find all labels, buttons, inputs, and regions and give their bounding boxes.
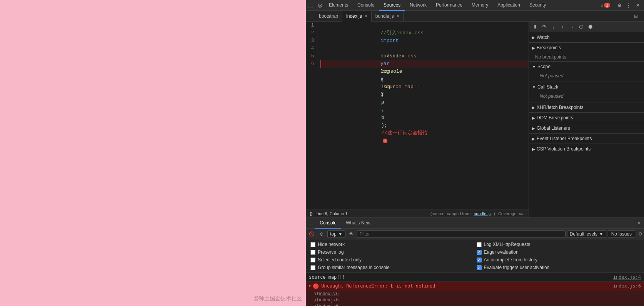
console-area: ⬚ Console What's New ✕ 🚫 ⊙ top ▼ bbox=[306, 217, 644, 306]
file-tab-bundlejs[interactable]: bundle.js ✕ bbox=[372, 11, 404, 22]
watch-section: ▶ Watch bbox=[529, 32, 644, 43]
tab-elements[interactable]: Elements bbox=[324, 0, 353, 11]
status-left: {} Line 6, Column 1 bbox=[310, 211, 348, 216]
hide-network-checkbox[interactable] bbox=[310, 242, 315, 247]
step-into-button[interactable]: ↓ bbox=[549, 23, 557, 31]
console-output[interactable]: source map!!! index.js:4 ▶ 🔴 Uncaught Re… bbox=[306, 273, 644, 306]
console-options-right: Log XMLHttpRequests ✓ Eager evaluation ✓… bbox=[475, 241, 641, 271]
global-listeners-header[interactable]: ▶ Global Listeners bbox=[529, 123, 644, 133]
eye-icon[interactable]: 👁 bbox=[347, 230, 355, 238]
console-filter-input[interactable] bbox=[357, 230, 566, 238]
console-options-left: Hide network Preserve log Selected conte… bbox=[309, 241, 475, 271]
file-tab-indexjs[interactable]: index.js ✕ bbox=[342, 11, 372, 22]
error-indicator: ✕ bbox=[383, 139, 387, 143]
file-tab-bootstrap[interactable]: bootstrap bbox=[315, 11, 342, 22]
close-indexjs-icon[interactable]: ✕ bbox=[364, 14, 367, 18]
status-right: (source mapped from bundle.js ) Coverage… bbox=[430, 211, 525, 216]
tab-whats-new[interactable]: What's New bbox=[341, 218, 375, 229]
call-stack-arrow-icon: ▼ bbox=[532, 85, 536, 89]
trace-link-1[interactable]: index.js:6 bbox=[319, 291, 339, 296]
breakpoints-section-header[interactable]: ▶ Breakpoints bbox=[529, 43, 644, 53]
devtools-panel: ⬚ ◎ Elements Console Sources Network Per… bbox=[306, 0, 644, 306]
dom-breakpoints-header[interactable]: ▶ DOM Breakpoints bbox=[529, 113, 644, 123]
clear-console-button[interactable]: 🚫 bbox=[307, 230, 316, 238]
call-stack-label: Call Stack bbox=[537, 84, 558, 90]
event-listener-arrow-icon: ▶ bbox=[532, 137, 535, 141]
dont-pause-button[interactable]: ⬢ bbox=[586, 23, 594, 31]
pause-resume-button[interactable]: ⏸ bbox=[531, 23, 539, 31]
devtools-mobile-icon[interactable]: ⬚ bbox=[306, 0, 315, 11]
context-selector[interactable]: top ▼ bbox=[327, 230, 345, 238]
log-level-chevron-icon: ▼ bbox=[599, 231, 604, 237]
format-icon[interactable]: {} bbox=[310, 211, 312, 216]
csp-violation-breakpoints-label: CSP Violation Breakpoints bbox=[537, 146, 591, 152]
tab-memory[interactable]: Memory bbox=[467, 0, 493, 11]
pink-background: @稀土掘金技术社区 bbox=[0, 0, 306, 306]
tab-sources[interactable]: Sources bbox=[379, 0, 405, 11]
log-level-selector[interactable]: Default levels ▼ bbox=[567, 230, 606, 238]
evaluate-triggers-checkbox[interactable]: ✓ bbox=[477, 265, 482, 270]
breakpoints-section: ▶ Breakpoints No breakpoints bbox=[529, 43, 644, 62]
file-tabs-bar: ⬚ bootstrap index.js ✕ bundle.js ✕ ⊟ bbox=[306, 11, 644, 22]
log-xmlhttp-checkbox[interactable] bbox=[477, 242, 482, 247]
more-tabs-button[interactable]: » 1 bbox=[598, 3, 613, 8]
error-message-location[interactable]: index.js:6 bbox=[613, 283, 641, 289]
code-editor-area: 1 2 3 4 5 6 //引入index.css bbox=[306, 22, 529, 217]
xhr-breakpoints-header[interactable]: ▶ XHR/fetch Breakpoints bbox=[529, 102, 644, 112]
close-devtools-icon[interactable]: ✕ bbox=[633, 0, 642, 11]
coverage-text: Coverage: n/a bbox=[498, 211, 525, 216]
sources-panel-icon[interactable]: ⬚ bbox=[306, 11, 315, 22]
debug-toolbar: ⏸ ↷ ↓ ↑ → ⬡ ⬢ bbox=[529, 22, 644, 32]
tab-performance[interactable]: Performance bbox=[431, 0, 467, 11]
option-log-xmlhttp: Log XMLHttpRequests bbox=[475, 241, 641, 248]
watch-section-header[interactable]: ▶ Watch bbox=[529, 32, 644, 42]
selected-context-label: Selected context only bbox=[318, 257, 362, 263]
console-filter-icon[interactable]: ⊙ bbox=[317, 230, 326, 238]
autocomplete-history-label: Autocomplete from history bbox=[484, 257, 537, 263]
console-panel-icon[interactable]: ⬚ bbox=[306, 218, 315, 229]
more-options-icon[interactable]: ⋮ bbox=[624, 0, 633, 11]
trace-line-3: at index.js:6 bbox=[314, 303, 644, 306]
call-stack-section-header[interactable]: ▼ Call Stack bbox=[529, 82, 644, 92]
preserve-log-checkbox[interactable] bbox=[310, 250, 315, 255]
group-similar-checkbox[interactable] bbox=[310, 265, 315, 270]
step-over-button[interactable]: ↷ bbox=[540, 23, 548, 31]
trace-link-3[interactable]: index.js:6 bbox=[319, 303, 339, 306]
deactivate-breakpoints-button[interactable]: ⬡ bbox=[577, 23, 585, 31]
close-console-icon[interactable]: ✕ bbox=[634, 221, 644, 226]
error-expand-icon[interactable]: ▶ bbox=[309, 283, 311, 288]
tab-network[interactable]: Network bbox=[405, 0, 431, 11]
tab-application[interactable]: Application bbox=[493, 0, 525, 11]
selected-context-checkbox[interactable] bbox=[310, 258, 315, 263]
step-out-button[interactable]: ↑ bbox=[558, 23, 567, 31]
step-button[interactable]: → bbox=[567, 23, 576, 31]
code-editor[interactable]: 1 2 3 4 5 6 //引入index.css bbox=[306, 22, 529, 209]
autocomplete-history-checkbox[interactable]: ✓ bbox=[477, 258, 482, 263]
csp-violation-breakpoints-header[interactable]: ▶ CSP Violation Breakpoints bbox=[529, 144, 644, 154]
close-bundlejs-icon[interactable]: ✕ bbox=[396, 14, 399, 18]
source-mapped-suffix: ) bbox=[494, 211, 495, 216]
csp-violation-breakpoints-section: ▶ CSP Violation Breakpoints bbox=[529, 144, 644, 154]
tab-console-bottom[interactable]: Console bbox=[315, 218, 341, 229]
tab-security[interactable]: Security bbox=[525, 0, 551, 11]
scope-section-header[interactable]: ▼ Scope bbox=[529, 62, 644, 72]
global-listeners-section: ▶ Global Listeners bbox=[529, 123, 644, 134]
event-listener-breakpoints-header[interactable]: ▶ Event Listener Breakpoints bbox=[529, 134, 644, 144]
console-settings-icon[interactable]: ⚙ bbox=[638, 231, 642, 237]
devtools-inspect-icon[interactable]: ◎ bbox=[315, 0, 324, 11]
trace-link-2[interactable]: index.js:6 bbox=[319, 297, 339, 303]
source-file-link[interactable]: bundle.js bbox=[474, 211, 491, 216]
call-stack-section: ▼ Call Stack Not paused bbox=[529, 82, 644, 102]
trace-line-2: at index.js:6 bbox=[314, 297, 644, 303]
option-group-similar: Group similar messages in console bbox=[309, 264, 475, 271]
call-stack-not-paused: Not paused bbox=[529, 92, 644, 102]
csp-violation-arrow-icon: ▶ bbox=[532, 147, 535, 151]
log-message-location[interactable]: index.js:4 bbox=[613, 274, 641, 280]
scope-section: ▼ Scope Not paused bbox=[529, 62, 644, 82]
split-editor-icon[interactable]: ⊟ bbox=[634, 13, 638, 19]
eager-eval-checkbox[interactable]: ✓ bbox=[477, 250, 482, 255]
evaluate-triggers-label: Evaluate triggers user activation bbox=[484, 265, 550, 270]
tab-console[interactable]: Console bbox=[353, 0, 379, 11]
settings-icon[interactable]: ⚙ bbox=[615, 0, 624, 11]
scope-label: Scope bbox=[537, 64, 551, 69]
